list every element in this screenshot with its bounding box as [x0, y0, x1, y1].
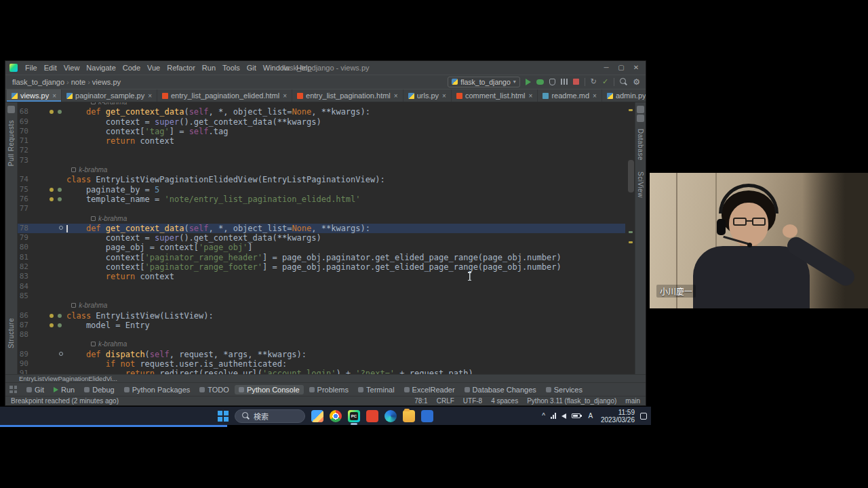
- toolwindow-services[interactable]: Services: [542, 385, 587, 394]
- breadcrumb-item-note[interactable]: note: [70, 78, 87, 86]
- code-text[interactable]: [66, 282, 625, 291]
- settings-gear-icon[interactable]: [633, 77, 640, 87]
- code-line[interactable]: 90 if not request.user.is_authenticated:: [18, 359, 625, 369]
- code-line[interactable]: 91 return redirect(resolve_url('account_…: [18, 369, 625, 374]
- code-text[interactable]: context = super().get_context_data(**kwa…: [66, 233, 625, 243]
- status-main[interactable]: main: [625, 397, 640, 405]
- code-line[interactable]: 84: [18, 282, 625, 291]
- code-text[interactable]: class EntryListViewPaginationElidedView(…: [66, 175, 625, 184]
- code-line[interactable]: 88: [18, 330, 625, 340]
- code-line[interactable]: 77: [18, 204, 625, 214]
- code-annotation-line[interactable]: k-brahma: [18, 301, 625, 310]
- code-line[interactable]: 89 def dispatch(self, request, *args, **…: [18, 350, 625, 359]
- gutter-marker-icon[interactable]: [58, 323, 62, 327]
- code-text[interactable]: k-brahma: [66, 165, 625, 175]
- toolwindow-run[interactable]: Run: [50, 385, 79, 394]
- status-4-spaces[interactable]: 4 spaces: [491, 397, 518, 405]
- profiler-button[interactable]: [561, 79, 568, 85]
- network-icon[interactable]: [551, 413, 556, 419]
- ime-indicator[interactable]: A: [586, 412, 595, 420]
- close-icon[interactable]: ×: [442, 92, 446, 100]
- maximize-button[interactable]: ▢: [614, 61, 628, 75]
- code-text[interactable]: class EntryListView(ListView):: [66, 311, 625, 321]
- code-line[interactable]: 73: [18, 156, 625, 165]
- code-text[interactable]: k-brahma: [66, 301, 625, 310]
- menu-help[interactable]: Help: [293, 64, 315, 72]
- gutter-marker-icon[interactable]: [58, 197, 62, 201]
- code-annotation-line[interactable]: k-brahma: [18, 340, 625, 349]
- chrome-app-icon[interactable]: [330, 410, 342, 422]
- search-everywhere-icon[interactable]: [620, 78, 627, 85]
- code-text[interactable]: [66, 204, 625, 214]
- minimize-button[interactable]: ─: [599, 61, 613, 75]
- close-icon[interactable]: ×: [283, 92, 287, 100]
- tab-entry-list-pagination-elided-html[interactable]: entry_list_pagination_elided.html×: [157, 89, 292, 102]
- hidden-icons-chevron[interactable]: [542, 412, 545, 420]
- code-text[interactable]: context['tag'] = self.tag: [66, 127, 625, 136]
- pycharm-app-icon[interactable]: [348, 410, 360, 422]
- gutter-marker-icon[interactable]: [50, 188, 54, 192]
- code-line[interactable]: 86class EntryListView(ListView):: [18, 311, 625, 321]
- tool-window-switcher-icon[interactable]: [9, 386, 17, 393]
- tab-urls-py[interactable]: urls.py×: [403, 89, 452, 102]
- code-line[interactable]: 68 def get_context_data(self, *, object_…: [18, 107, 625, 117]
- menu-code[interactable]: Code: [119, 64, 144, 72]
- close-icon[interactable]: ×: [529, 92, 533, 100]
- blue-app-icon[interactable]: [421, 410, 433, 422]
- code-line[interactable]: 69 context = super().get_context_data(**…: [18, 117, 625, 127]
- code-line[interactable]: 72: [18, 146, 625, 155]
- tab-readme-md[interactable]: readme.md×: [538, 89, 601, 102]
- menu-navigate[interactable]: Navigate: [83, 64, 119, 72]
- error-stripe-mark[interactable]: [629, 241, 633, 243]
- status-utf-8[interactable]: UTF-8: [463, 397, 482, 405]
- code-text[interactable]: k-brahma: [66, 214, 625, 224]
- code-line[interactable]: 78 def get_context_data(self, *, object_…: [18, 224, 625, 233]
- code-text[interactable]: k-brahma: [66, 340, 625, 349]
- project-tool-icon[interactable]: [7, 106, 15, 113]
- code-line[interactable]: 74class EntryListViewPaginationElidedVie…: [18, 175, 625, 184]
- code-text[interactable]: return context: [66, 272, 625, 281]
- code-text[interactable]: def dispatch(self, request, *args, **kwa…: [66, 350, 625, 359]
- editor-scrollbar[interactable]: [628, 160, 634, 192]
- code-line[interactable]: 75 paginate_by = 5: [18, 185, 625, 195]
- code-text[interactable]: def get_context_data(self, *, object_lis…: [66, 224, 625, 233]
- code-text[interactable]: context['paginator_range_footer'] = page…: [66, 262, 625, 272]
- close-button[interactable]: ✕: [629, 61, 643, 75]
- menu-edit[interactable]: Edit: [41, 64, 60, 72]
- code-annotation-line[interactable]: k-brahma: [18, 165, 625, 175]
- gutter-marker-icon[interactable]: [58, 188, 62, 192]
- tab-entry-list-pagination-html[interactable]: entry_list_pagination.html×: [292, 89, 403, 102]
- code-text[interactable]: return redirect(resolve_url('account_log…: [66, 369, 625, 374]
- code-line[interactable]: 87 model = Entry: [18, 321, 625, 330]
- right-stripe-icon[interactable]: [637, 106, 644, 113]
- taskbar-search[interactable]: 検索: [235, 409, 305, 423]
- video-progress-bar[interactable]: [0, 425, 227, 427]
- gutter-marker-icon[interactable]: [58, 110, 62, 114]
- code-line[interactable]: 76 template_name = 'note/entry_list_pagi…: [18, 195, 625, 204]
- structure-breadcrumb[interactable]: EntryListViewPaginationElidedVi...: [5, 374, 646, 382]
- code-line[interactable]: 83 return context: [18, 272, 625, 281]
- breadcrumb-item-flask-to-django[interactable]: flask_to_django: [11, 78, 66, 86]
- code-annotation-line[interactable]: k-brahma: [18, 214, 625, 224]
- start-button[interactable]: [218, 411, 229, 422]
- code-text[interactable]: [66, 330, 625, 340]
- code-line[interactable]: 81 context['paginator_range_header'] = p…: [18, 253, 625, 262]
- status-python-3-11-flask-to-django[interactable]: Python 3.11 (flask_to_django): [527, 397, 616, 405]
- menu-run[interactable]: Run: [199, 64, 219, 72]
- toolwindow-python-packages[interactable]: Python Packages: [120, 385, 195, 394]
- tool-tab-database[interactable]: Database: [637, 129, 644, 161]
- gutter-marker-icon[interactable]: [50, 110, 54, 114]
- debug-button[interactable]: [536, 79, 544, 85]
- code-text[interactable]: model = Entry: [66, 321, 625, 330]
- notification-icon[interactable]: [640, 413, 647, 420]
- code-text[interactable]: paginate_by = 5: [66, 185, 625, 195]
- stop-button[interactable]: [573, 79, 579, 85]
- code-line[interactable]: 80 page_obj = context['page_obj']: [18, 243, 625, 252]
- code-text[interactable]: if not request.user.is_authenticated:: [66, 359, 625, 369]
- tab-admin-py[interactable]: admin.py×: [602, 89, 646, 102]
- gutter-marker-icon[interactable]: [58, 314, 62, 318]
- code-text[interactable]: page_obj = context['page_obj']: [66, 243, 625, 252]
- close-icon[interactable]: ×: [52, 92, 56, 100]
- toolwindow-debug[interactable]: Debug: [80, 385, 118, 394]
- menu-vue[interactable]: Vue: [144, 64, 163, 72]
